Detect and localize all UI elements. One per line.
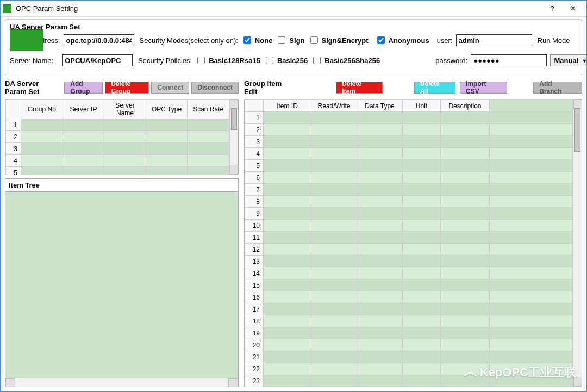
da-col-header: Server IP: [63, 100, 104, 119]
table-row[interactable]: 22: [245, 363, 573, 375]
user-input[interactable]: [456, 34, 532, 46]
add-branch-button[interactable]: Add Branch: [533, 82, 582, 94]
password-input[interactable]: [471, 54, 547, 66]
mode-none-option[interactable]: None: [241, 35, 273, 46]
titlebar: OPC Param Setting ? ✕: [1, 1, 586, 17]
table-row[interactable]: 3: [245, 136, 573, 148]
table-row[interactable]: 5: [245, 160, 573, 172]
table-row[interactable]: 15: [245, 279, 573, 291]
password-label: password:: [435, 57, 467, 65]
table-row[interactable]: 13: [245, 256, 573, 267]
table-row[interactable]: 6: [245, 172, 573, 184]
item-col-header: Item ID: [264, 100, 311, 112]
table-row[interactable]: 11: [245, 232, 573, 244]
table-row[interactable]: 20: [245, 339, 573, 351]
item-tree-title: Item Tree: [5, 179, 238, 192]
security-modes-label: Security Modes(select only on):: [140, 36, 238, 45]
table-row[interactable]: 18: [245, 315, 573, 327]
user-label: user:: [437, 36, 453, 45]
delete-item-button[interactable]: Delete Item: [336, 82, 383, 94]
mode-none-checkbox[interactable]: [243, 36, 251, 44]
policy-basic256-option[interactable]: Basic256: [264, 55, 308, 66]
window-title: OPC Param Setting: [16, 4, 545, 13]
da-table: Group NoServer IPServer NameOPC TypeScan…: [5, 99, 239, 175]
mode-sign-checkbox[interactable]: [278, 36, 285, 44]
table-row[interactable]: 23: [245, 375, 573, 387]
mode-sign-option[interactable]: Sign: [276, 35, 304, 46]
save-button-placeholder: [10, 29, 43, 51]
disconnect-button[interactable]: Disconnect: [191, 82, 239, 94]
table-row[interactable]: 2: [6, 131, 229, 143]
ua-group-title: UA Server Param Set: [10, 23, 577, 31]
table-row[interactable]: 16: [245, 291, 573, 303]
table-row[interactable]: 2: [245, 124, 573, 136]
item-title: Group Item Edit: [244, 79, 297, 96]
ua-server-group: UA Server Param Set Server Address: Secu…: [5, 19, 582, 76]
mode-signencrypt-option[interactable]: Sign&Encrypt: [308, 35, 369, 46]
table-row[interactable]: 19: [245, 327, 573, 339]
table-row[interactable]: 4: [6, 155, 229, 167]
server-name-input[interactable]: [62, 54, 133, 66]
da-vscroll[interactable]: [229, 99, 238, 175]
table-row[interactable]: 21: [245, 351, 573, 363]
table-row[interactable]: 5: [6, 167, 229, 175]
run-mode-label: Run Mode: [538, 36, 570, 45]
da-col-header: Server Name: [104, 100, 146, 119]
security-policies-label: Security Policies:: [138, 57, 192, 65]
import-csv-button[interactable]: Import CSV: [460, 82, 507, 94]
table-row[interactable]: 8: [245, 196, 573, 208]
run-mode-select[interactable]: Manual: [550, 54, 586, 66]
table-row[interactable]: 9: [245, 208, 573, 220]
opc-param-window: OPC Param Setting ? ✕ UA Server Param Se…: [0, 0, 587, 392]
item-button-row: Group Item Edit Delete Item Delete All I…: [244, 79, 582, 96]
policy-basic128-checkbox[interactable]: [197, 57, 205, 64]
close-button[interactable]: ✕: [566, 3, 580, 14]
table-row[interactable]: 12: [245, 244, 573, 256]
table-row[interactable]: 1: [245, 112, 573, 124]
item-col-header: Data Type: [357, 100, 403, 112]
item-tree: Item Tree: [5, 178, 239, 387]
da-title: DA Server Param Set: [5, 79, 60, 96]
policy-basic256sha-option[interactable]: Basic256Sha256: [311, 55, 380, 66]
delete-group-button[interactable]: Delete Group: [105, 82, 149, 94]
mode-signencrypt-checkbox[interactable]: [310, 36, 318, 44]
item-tree-hscroll[interactable]: [5, 378, 238, 387]
delete-all-button[interactable]: Delete All: [414, 82, 455, 94]
da-col-header: Group No: [21, 100, 63, 119]
table-row[interactable]: 7: [245, 184, 573, 196]
da-col-header: Scan Rate: [188, 100, 229, 119]
item-col-header: Description: [441, 100, 490, 112]
policy-basic256-checkbox[interactable]: [266, 57, 273, 64]
policy-basic128-option[interactable]: Basic128Rsa15: [195, 55, 260, 66]
item-tree-body[interactable]: [5, 192, 238, 378]
anonymous-option[interactable]: Anonymous: [375, 35, 429, 46]
policy-basic256sha-checkbox[interactable]: [313, 57, 321, 64]
help-button[interactable]: ?: [545, 3, 559, 14]
app-icon: [3, 4, 11, 13]
da-col-header: OPC Type: [146, 100, 188, 119]
table-row[interactable]: 17: [245, 303, 573, 315]
item-vscroll[interactable]: [573, 99, 582, 387]
add-group-button[interactable]: Add Group: [64, 82, 103, 94]
server-address-input[interactable]: [64, 34, 134, 46]
table-row[interactable]: 10: [245, 220, 573, 232]
table-row[interactable]: 14: [245, 267, 573, 279]
table-row[interactable]: 3: [6, 143, 229, 155]
table-row[interactable]: 4: [245, 148, 573, 160]
table-row[interactable]: 1: [6, 119, 229, 131]
item-col-header: Unit: [403, 100, 441, 112]
da-button-row: DA Server Param Set Add Group Delete Gro…: [5, 79, 239, 96]
item-col-header: Read/Write: [311, 100, 357, 112]
anonymous-checkbox[interactable]: [377, 36, 385, 44]
server-name-label: Server Name:: [10, 57, 53, 65]
item-table: Item IDRead/WriteData TypeUnitDescriptio…: [244, 99, 582, 387]
connect-button[interactable]: Connect: [151, 82, 189, 94]
